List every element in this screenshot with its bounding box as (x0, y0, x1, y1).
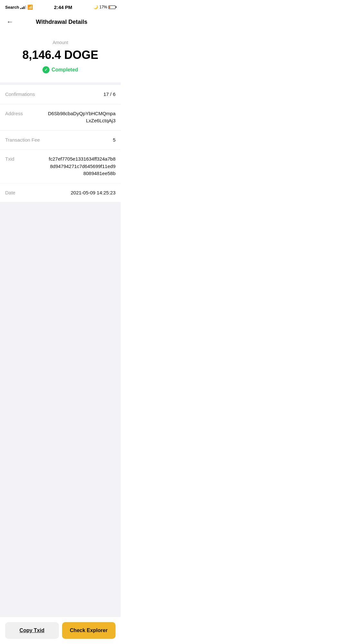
txid-label: Txid (5, 155, 44, 162)
amount-value: 8,146.4 DOGE (6, 48, 114, 62)
amount-section: Amount 8,146.4 DOGE ✓ Completed (0, 30, 121, 82)
table-row: Txid fc27ef7705e1331634ff324a7b88d947942… (0, 150, 121, 183)
empty-space (0, 202, 121, 617)
fee-label: Transaction Fee (5, 136, 44, 143)
battery-percent: 17% (99, 5, 107, 9)
amount-label: Amount (6, 40, 114, 45)
details-section: Confirmations 17 / 6 Address D6Sb98cbaDy… (0, 85, 121, 202)
check-circle-icon: ✓ (42, 66, 50, 73)
battery-icon (108, 5, 116, 9)
table-row: Date 2021-05-09 14:25:23 (0, 183, 121, 203)
signal-icon (20, 5, 26, 9)
status-badge: ✓ Completed (42, 66, 78, 73)
page-title: Withdrawal Details (17, 19, 106, 25)
time-display: 2:44 PM (54, 5, 72, 10)
section-divider (0, 82, 121, 85)
back-button[interactable]: ← (5, 16, 15, 27)
status-label: Completed (51, 67, 78, 73)
bottom-action-bar: Copy Txid Check Explorer (0, 617, 121, 644)
date-value: 2021-05-09 14:25:23 (44, 189, 116, 197)
table-row: Confirmations 17 / 6 (0, 85, 121, 104)
check-explorer-button[interactable]: Check Explorer (62, 622, 116, 639)
confirmations-value: 17 / 6 (44, 91, 116, 98)
address-label: Address (5, 110, 44, 116)
moon-icon: 🌙 (93, 5, 98, 9)
fee-value: 5 (44, 136, 116, 144)
status-left: Search 📶 (5, 5, 33, 10)
status-right: 🌙 17% (93, 5, 116, 9)
txid-value: fc27ef7705e1331634ff324a7b88d94794271c7d… (44, 155, 116, 177)
wifi-icon: 📶 (27, 5, 33, 10)
confirmations-label: Confirmations (5, 91, 44, 97)
table-row: Address D6Sb98cbaDyQpYbHCMQmpaLxZe6LctqA… (0, 104, 121, 131)
address-value: D6Sb98cbaDyQpYbHCMQmpaLxZe6LctqAj3 (44, 110, 116, 125)
table-row: Transaction Fee 5 (0, 131, 121, 150)
copy-txid-button[interactable]: Copy Txid (5, 622, 59, 639)
date-label: Date (5, 189, 44, 195)
nav-bar: ← Withdrawal Details (0, 14, 121, 30)
status-bar: Search 📶 2:44 PM 🌙 17% (0, 0, 121, 14)
carrier-label: Search (5, 5, 19, 10)
